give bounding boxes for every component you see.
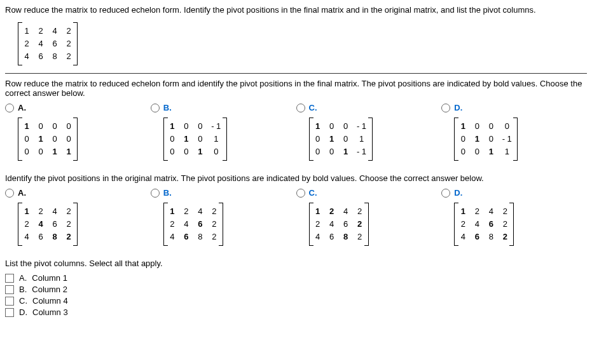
checkbox-label: Column 3 <box>32 307 68 317</box>
option-1-d: D. 1 0 0 0 0 1 0 - 1 0 0 1 1 <box>441 103 587 163</box>
matrix-cell: 0 <box>342 120 350 133</box>
matrix-cell: 1 <box>356 133 368 145</box>
option-1-c: C. 1 0 0 - 1 0 1 0 1 0 0 1 - 1 <box>296 103 442 163</box>
matrix-cell: 4 <box>23 50 31 63</box>
matrix-cell: 0 <box>328 120 336 133</box>
matrix-cell: 0 <box>65 120 72 133</box>
matrix-cell: 0 <box>501 120 513 133</box>
matrix-cell: 1 <box>169 205 176 218</box>
matrix-cell: 6 <box>328 231 336 243</box>
checkbox-label: Column 1 <box>32 273 67 283</box>
radio-button[interactable] <box>441 104 450 112</box>
matrix-cell: 0 <box>487 120 495 133</box>
matrix-cell: 6 <box>37 50 45 63</box>
matrix-cell: 8 <box>487 231 495 243</box>
matrix-cell: 1 <box>23 25 31 37</box>
matrix-cell: 1 <box>37 133 45 145</box>
matrix-cell: 0 <box>328 145 336 158</box>
matrix-cell: 4 <box>37 218 45 231</box>
matrix-cell: 4 <box>37 37 45 50</box>
checkbox[interactable] <box>5 285 14 294</box>
option-label: D. <box>454 103 462 112</box>
matrix-cell: 8 <box>51 50 59 63</box>
matrix-cell: 2 <box>501 218 509 231</box>
matrix-cell: 1 <box>314 205 322 218</box>
matrix-cell: 2 <box>23 218 31 231</box>
matrix-cell: 6 <box>51 218 59 231</box>
matrix-cell: 1 <box>23 205 31 218</box>
matrix-cell: 2 <box>210 231 218 243</box>
matrix-cell: 0 <box>23 133 31 145</box>
main-matrix: 1 2 4 2 2 4 6 2 4 6 8 2 <box>18 22 78 65</box>
matrix-cell: 6 <box>196 218 204 231</box>
matrix-cell: 2 <box>356 205 364 218</box>
matrix-cell: 8 <box>342 231 350 243</box>
checkbox-item-a: A. Column 1 <box>5 273 587 283</box>
matrix-cell: 1 <box>182 133 190 145</box>
matrix-cell: 4 <box>314 231 322 243</box>
matrix-cell: 1 <box>51 145 59 158</box>
option-matrix: 1 2 4 2 2 4 6 2 4 6 8 2 <box>163 203 223 246</box>
checkbox-label: Column 4 <box>32 296 68 306</box>
checkbox-item-d: D. Column 3 <box>5 307 587 317</box>
checkbox[interactable] <box>5 308 14 317</box>
matrix-cell: 4 <box>196 205 204 218</box>
checkbox-label: Column 2 <box>32 285 67 294</box>
matrix-cell: 2 <box>65 205 72 218</box>
option-matrix: 1 0 0 0 0 1 0 0 0 0 1 1 <box>18 118 78 161</box>
option-label: D. <box>454 188 462 198</box>
matrix-cell: 6 <box>473 231 481 243</box>
matrix-cell: 4 <box>328 218 336 231</box>
matrix-cell: 0 <box>459 133 467 145</box>
matrix-cell: 4 <box>473 218 481 231</box>
option-matrix: 1 0 0 - 1 0 1 0 1 0 0 1 0 <box>163 118 227 161</box>
radio-button[interactable] <box>151 189 160 198</box>
options-row-1: A. 1 0 0 0 0 1 0 0 0 0 1 1 <box>5 103 587 163</box>
matrix-cell: 2 <box>23 37 31 50</box>
matrix-cell: 0 <box>182 145 190 158</box>
matrix-cell: 2 <box>356 218 364 231</box>
option-2-c: C. 1 2 4 2 2 4 6 2 4 6 8 2 <box>296 188 442 248</box>
matrix-cell: 0 <box>65 133 72 145</box>
matrix-cell: 2 <box>65 50 72 63</box>
option-1-b: B. 1 0 0 - 1 0 1 0 1 0 0 1 0 <box>151 103 296 163</box>
matrix-cell: 4 <box>23 231 31 243</box>
radio-button[interactable] <box>5 104 14 112</box>
checkbox[interactable] <box>5 297 14 306</box>
checkbox[interactable] <box>5 274 14 283</box>
question-1-text: Row reduce the matrix to reduced echelon… <box>5 5 587 15</box>
matrix-cell: 1 <box>23 120 31 133</box>
matrix-cell: 1 <box>459 205 467 218</box>
matrix-cell: 6 <box>182 231 190 243</box>
matrix-cell: 0 <box>51 133 59 145</box>
option-2-d: D. 1 2 4 2 2 4 6 2 4 6 8 2 <box>441 188 587 248</box>
matrix-cell: 2 <box>65 37 72 50</box>
matrix-cell: 2 <box>210 205 218 218</box>
matrix-cell: 4 <box>459 231 467 243</box>
matrix-cell: 2 <box>501 205 509 218</box>
radio-button[interactable] <box>5 189 14 198</box>
matrix-cell: 4 <box>51 205 59 218</box>
matrix-cell: 2 <box>169 218 176 231</box>
question-2-text: Row reduce the matrix to reduced echelon… <box>5 79 587 98</box>
matrix-cell: 1 <box>314 120 322 133</box>
matrix-cell: 4 <box>487 205 495 218</box>
matrix-cell: 0 <box>210 145 222 158</box>
checkbox-prefix: D. <box>19 307 27 317</box>
matrix-cell: 0 <box>314 133 322 145</box>
matrix-cell: 1 <box>342 145 350 158</box>
matrix-cell: 2 <box>37 205 45 218</box>
matrix-cell: 1 <box>169 120 176 133</box>
matrix-cell: 0 <box>342 133 350 145</box>
radio-button[interactable] <box>441 189 450 198</box>
matrix-cell: 6 <box>342 218 350 231</box>
radio-button[interactable] <box>296 189 305 198</box>
matrix-cell: 2 <box>314 218 322 231</box>
matrix-cell: 1 <box>328 133 336 145</box>
radio-button[interactable] <box>296 104 305 112</box>
matrix-cell: - 1 <box>356 145 368 158</box>
checkbox-item-c: C. Column 4 <box>5 296 587 306</box>
radio-button[interactable] <box>151 104 160 112</box>
matrix-cell: - 1 <box>210 120 222 133</box>
option-2-a: A. 1 2 4 2 2 4 6 2 4 6 8 2 <box>5 188 151 248</box>
